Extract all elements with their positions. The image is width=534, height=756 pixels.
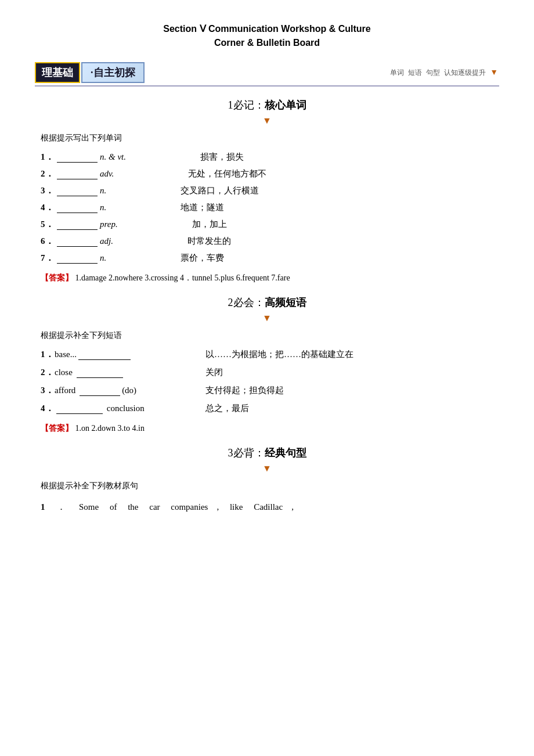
word-blank-2[interactable] (57, 169, 98, 179)
word-item-3: 3． n. 交叉路口，人行横道 (35, 185, 499, 196)
section1-answer: 【答案】 1.damage 2.nowhere 3.crossing 4．tun… (41, 271, 499, 285)
section2-arrow: ▼ (35, 313, 499, 323)
phrase-meaning-4: 总之，最后 (182, 403, 499, 414)
phrase-num-4: 4． (41, 403, 55, 414)
phrase-num-1: 1． (41, 349, 55, 360)
word-item-4: 4． n. 地道；隧道 (35, 202, 499, 213)
word-meaning-3: 交叉路口，人行横道 (181, 185, 499, 196)
section3-bold: 经典句型 (265, 447, 306, 459)
section2-answer-tag: 【答案】 (41, 424, 73, 433)
word-item-5: 5． prep. 加，加上 (35, 219, 499, 230)
section2-instruction: 根据提示补全下列短语 (41, 330, 499, 341)
phrase-content-3: afford (do) (55, 386, 182, 396)
section1-instruction: 根据提示写出下列单词 (41, 133, 499, 143)
phrase-meaning-2: 关闭 (182, 367, 499, 378)
section3-instruction: 根据提示补全下列教材原句 (41, 481, 499, 491)
section2-prefix: 2必会： (228, 297, 265, 308)
phrase-content-1: base... (55, 350, 182, 360)
banner-tag-3: 句型 (426, 69, 440, 77)
banner-left: 理基础 ·自主初探 (35, 62, 145, 83)
word-blank-7[interactable] (57, 253, 98, 264)
phrase-blank-1[interactable] (78, 350, 131, 360)
word-item-7: 7． n. 票价，车费 (35, 253, 499, 264)
word-type-2: adv. (100, 169, 114, 179)
section2-answer-text: 1.on 2.down 3.to 4.in (75, 424, 145, 433)
section3-title: 3必背：经典句型 (35, 446, 499, 460)
banner-tag-2: 短语 (408, 69, 422, 77)
word-meaning-4: 地道；隧道 (181, 202, 499, 213)
banner-right: 单词 短语 句型 认知逐级提升 ▼ (389, 68, 499, 78)
word-num-2: 2． (41, 168, 55, 179)
phrase-blank-2[interactable] (77, 368, 123, 378)
sentence-num-1: 1 (41, 499, 52, 515)
phrase-content-2: close (55, 368, 182, 378)
section-sentences: 3必背：经典句型 ▼ 根据提示补全下列教材原句 1 ． Some of the … (35, 446, 499, 515)
word-type-3: n. (100, 186, 106, 196)
word-type-4: n. (100, 203, 106, 213)
word-meaning-2: 无处，任何地方都不 (188, 168, 499, 179)
phrase-blank-4[interactable] (56, 404, 103, 414)
phrase-meaning-1: 以……为根据地；把……的基础建立在 (182, 349, 499, 360)
section3-prefix: 3必背： (228, 447, 265, 459)
phrase-num-3: 3． (41, 385, 55, 396)
word-num-6: 6． (41, 236, 55, 247)
page-header: Section Ⅴ Communication Workshop & Cultu… (35, 23, 499, 48)
word-item-1: 1． n. & vt. 损害，损失 (35, 152, 499, 163)
banner-box-text: 理基础 (35, 62, 80, 83)
section1-title: 1必记：核心单词 (35, 98, 499, 112)
banner-tag-1: 单词 (390, 69, 404, 77)
section1-prefix: 1必记： (228, 99, 265, 111)
section-phrases: 2必会：高频短语 ▼ 根据提示补全下列短语 1． base... 以……为根据地… (35, 296, 499, 435)
sentence-row-1: 1 ． Some of the car companies , like Cad… (35, 499, 499, 515)
word-num-7: 7． (41, 253, 55, 264)
header-line1: Section Ⅴ Communication Workshop & Cultu… (35, 23, 499, 34)
section-core-words: 1必记：核心单词 ▼ 根据提示写出下列单词 1． n. & vt. 损害，损失 … (35, 98, 499, 285)
section1-bold: 核心单词 (265, 99, 306, 111)
word-meaning-6: 时常发生的 (187, 236, 499, 247)
banner-main-text: ·自主初探 (81, 62, 145, 83)
section1-answer-text: 1.damage 2.nowhere 3.crossing 4．tunnel 5… (75, 273, 290, 282)
word-num-1: 1． (41, 152, 55, 163)
word-blank-3[interactable] (57, 186, 98, 196)
word-blank-6[interactable] (57, 236, 98, 247)
phrase-blank-3[interactable] (80, 386, 120, 396)
banner-tag-4: 认知逐级提升 (444, 69, 486, 77)
banner-strip: 理基础 ·自主初探 单词 短语 句型 认知逐级提升 ▼ (35, 62, 499, 87)
word-num-3: 3． (41, 185, 55, 196)
phrase-item-1: 1． base... 以……为根据地；把……的基础建立在 (35, 349, 499, 360)
section1-answer-tag: 【答案】 (41, 273, 73, 282)
word-type-5: prep. (100, 219, 118, 229)
section2-answer: 【答案】 1.on 2.down 3.to 4.in (41, 421, 499, 435)
word-num-4: 4． (41, 202, 55, 213)
word-type-6: adj. (100, 236, 113, 246)
section1-arrow: ▼ (35, 116, 499, 126)
banner-arrow-icon: ▼ (490, 68, 498, 77)
word-blank-4[interactable] (57, 203, 98, 213)
word-meaning-1: 损害，损失 (200, 152, 499, 163)
word-item-6: 6． adj. 时常发生的 (35, 236, 499, 247)
phrase-item-3: 3． afford (do) 支付得起；担负得起 (35, 385, 499, 396)
phrase-content-4: conclusion (55, 404, 182, 414)
section3-arrow: ▼ (35, 463, 499, 474)
word-type-1: n. & vt. (100, 152, 126, 162)
word-meaning-5: 加，加上 (192, 219, 499, 230)
phrase-item-4: 4． conclusion 总之，最后 (35, 403, 499, 414)
word-meaning-7: 票价，车费 (181, 253, 499, 264)
phrase-num-2: 2． (41, 367, 55, 378)
word-item-2: 2． adv. 无处，任何地方都不 (35, 168, 499, 179)
phrase-meaning-3: 支付得起；担负得起 (182, 385, 499, 396)
section2-title: 2必会：高频短语 (35, 296, 499, 309)
sentence-content-1: Some of the car companies , like Cadilla… (70, 499, 499, 515)
phrase-item-2: 2． close 关闭 (35, 367, 499, 378)
section2-bold: 高频短语 (265, 297, 306, 308)
word-num-5: 5． (41, 219, 55, 230)
word-blank-5[interactable] (57, 219, 98, 230)
word-blank-1[interactable] (57, 152, 98, 163)
word-type-7: n. (100, 253, 106, 263)
header-line2: Corner & Bulletin Board (35, 38, 499, 48)
sentence-dot-1: ． (57, 499, 66, 515)
